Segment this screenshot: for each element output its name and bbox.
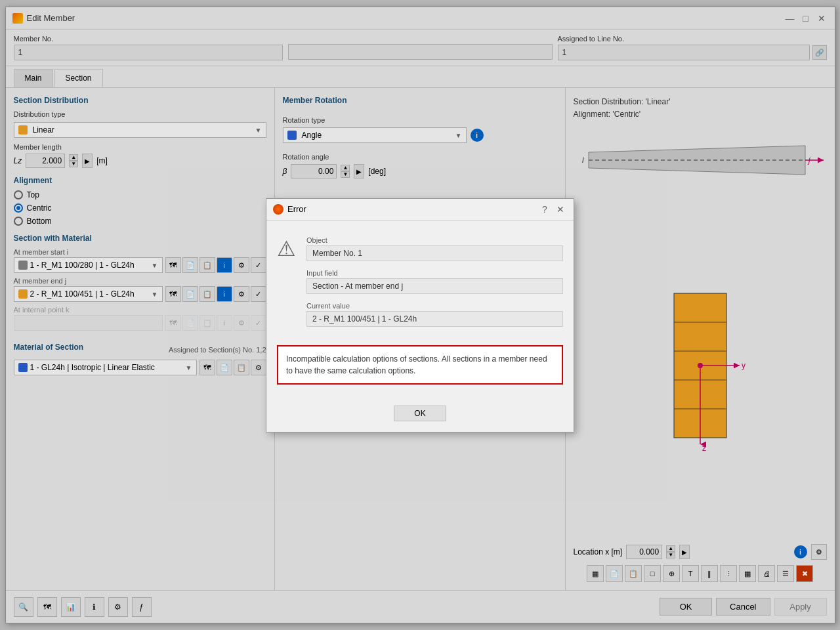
current-value-label: Current value bbox=[306, 302, 563, 310]
dialog-close-button[interactable]: ✕ bbox=[554, 203, 567, 216]
dialog-warning-text: Incompatible calculation options of sect… bbox=[277, 345, 563, 385]
current-value-row: Current value 2 - R_M1 100/451 | 1 - GL2… bbox=[306, 302, 563, 327]
dialog-title-bar: Error ? ✕ bbox=[266, 199, 574, 220]
dialog-top: ⚠ Object Member No. 1 Input field Sectio… bbox=[277, 231, 563, 340]
object-row: Object Member No. 1 bbox=[306, 236, 563, 261]
input-field-row: Input field Section - At member end j bbox=[306, 269, 563, 294]
dialog-help-button[interactable]: ? bbox=[538, 203, 551, 216]
input-field-value: Section - At member end j bbox=[306, 278, 563, 294]
dialog-title-text: Error bbox=[287, 204, 306, 214]
error-dialog-overlay: Error ? ✕ ⚠ Object Member No. 1 Input fi… bbox=[0, 0, 840, 630]
dialog-error-icon bbox=[273, 204, 284, 215]
dialog-fields: Object Member No. 1 Input field Section … bbox=[306, 236, 563, 335]
dialog-footer: OK bbox=[266, 400, 574, 432]
object-label: Object bbox=[306, 236, 563, 244]
error-dialog: Error ? ✕ ⚠ Object Member No. 1 Input fi… bbox=[266, 198, 574, 432]
object-value: Member No. 1 bbox=[306, 245, 563, 261]
dialog-body: ⚠ Object Member No. 1 Input field Sectio… bbox=[266, 220, 574, 400]
current-value-value: 2 - R_M1 100/451 | 1 - GL24h bbox=[306, 311, 563, 327]
dialog-ok-button[interactable]: OK bbox=[394, 406, 446, 421]
dialog-title-controls: ? ✕ bbox=[538, 203, 567, 216]
input-field-label: Input field bbox=[306, 269, 563, 277]
dialog-title-left: Error bbox=[273, 204, 306, 215]
warning-triangle-icon: ⚠ bbox=[277, 236, 296, 261]
